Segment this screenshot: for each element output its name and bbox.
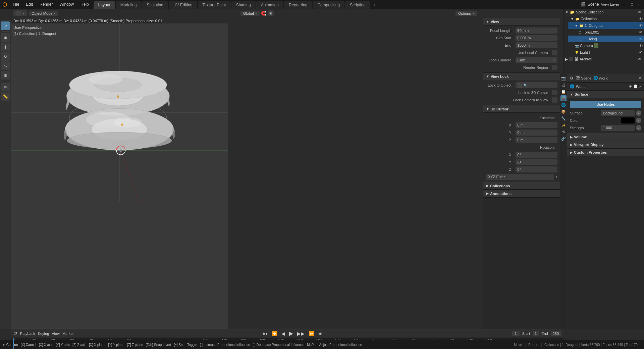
local-camera-value[interactable]: Cam... × bbox=[516, 57, 557, 63]
local-camera-close[interactable]: × bbox=[553, 58, 555, 62]
lock-to-object-value[interactable]: ⬛ 🔍 bbox=[516, 82, 557, 88]
options-btn[interactable]: Options ▾ bbox=[455, 11, 477, 16]
cursor-x-value[interactable]: 0 m bbox=[516, 122, 557, 128]
annotations-section-header[interactable]: ▶ Annotations bbox=[483, 190, 560, 197]
lock-to-cursor-checkbox[interactable] bbox=[552, 90, 557, 95]
next-keyframe-btn[interactable]: ⏩ bbox=[308, 331, 315, 336]
props-output-icon[interactable]: 🖨 bbox=[560, 82, 567, 88]
menu-edit[interactable]: Edit bbox=[22, 0, 36, 9]
cursor-section-header[interactable]: ▼ 3D Cursor bbox=[483, 105, 560, 113]
outliner-archive[interactable]: ▶ 🗄 Archive 👁 bbox=[564, 56, 644, 62]
collection-vis[interactable]: 👁 bbox=[639, 17, 643, 21]
select-tool-btn[interactable]: ↗ bbox=[1, 21, 10, 30]
surface-dot-btn[interactable]: • bbox=[636, 110, 641, 116]
world-props-close[interactable]: × bbox=[639, 76, 641, 81]
annotate-btn[interactable]: ✏ bbox=[1, 83, 10, 91]
tab-rendering[interactable]: Rendering bbox=[284, 1, 312, 9]
collection-expand[interactable]: ▼ bbox=[571, 17, 574, 21]
y-plane-btn[interactable]: [Y] Y plane bbox=[108, 343, 124, 347]
step-fwd-btn[interactable]: ▶▶ bbox=[297, 331, 305, 336]
snap-invert-btn[interactable]: [Tab] Snap Invert bbox=[146, 343, 171, 347]
props-scene-icon[interactable]: 🎬 bbox=[560, 95, 567, 101]
lock-obj-eyedrop[interactable]: 🔍 bbox=[524, 84, 528, 87]
step-back-btn[interactable]: ◀ bbox=[281, 331, 286, 336]
props-modifiers-icon[interactable]: 🔧 bbox=[560, 115, 567, 121]
archive-expand[interactable]: ▶ bbox=[565, 57, 568, 61]
cancel-btn[interactable]: [X] Cancel bbox=[21, 343, 36, 347]
cursor-rz-value[interactable]: 0° bbox=[516, 166, 557, 172]
window-maximize[interactable]: □ bbox=[630, 2, 635, 6]
volume-section-header[interactable]: ▶ Volume bbox=[567, 133, 644, 141]
cursor-tool-btn[interactable]: ⊕ bbox=[1, 33, 10, 42]
archive-checkbox[interactable] bbox=[569, 57, 573, 61]
window-close[interactable]: × bbox=[637, 2, 641, 6]
surface-section-header[interactable]: ▼ Surface bbox=[567, 91, 644, 98]
menu-render[interactable]: Render bbox=[36, 0, 56, 9]
outliner-collection[interactable]: ▼ 📁 Collection 👁 bbox=[568, 15, 644, 22]
z-plane-btn[interactable]: [Z] Z plane bbox=[127, 343, 143, 347]
world-remove-btn[interactable]: × bbox=[639, 85, 641, 89]
cursor-rotation-mode[interactable]: XYZ Euler bbox=[486, 174, 554, 180]
view-section-header[interactable]: ▼ View bbox=[483, 18, 560, 26]
outliner-torus001[interactable]: ⬡ Torus.001 👁 bbox=[568, 29, 644, 36]
snap-toggle-btn[interactable]: [~] Snap Toggle bbox=[174, 343, 197, 347]
editor-type-btn[interactable]: ⬛ ▾ bbox=[13, 10, 27, 16]
menu-file[interactable]: File bbox=[9, 0, 22, 9]
playback-label[interactable]: Playback bbox=[20, 332, 35, 336]
cursor-ry-value[interactable]: -0° bbox=[516, 159, 557, 165]
play-btn[interactable]: ▶ bbox=[288, 330, 294, 337]
light-vis[interactable]: 👁 bbox=[639, 50, 643, 54]
jump-start-btn[interactable]: ⏮ bbox=[262, 331, 268, 336]
props-particles-icon[interactable]: ✨ bbox=[560, 122, 567, 128]
collections-section-header[interactable]: ▶ Collections bbox=[483, 182, 560, 190]
tab-shading[interactable]: Shading bbox=[231, 1, 256, 9]
cursor-rx-value[interactable]: 0° bbox=[516, 152, 557, 158]
viewport-display-header[interactable]: ▶ Viewport Display bbox=[567, 141, 644, 148]
focal-length-value[interactable]: 50 mm bbox=[516, 28, 557, 34]
props-physics-icon[interactable]: ⚗ bbox=[560, 129, 567, 135]
z-axis-btn[interactable]: [Z] Z axis bbox=[72, 343, 86, 347]
tab-compositing[interactable]: Compositing bbox=[313, 1, 344, 9]
tab-layout[interactable]: Layout bbox=[94, 1, 115, 9]
y-axis-btn[interactable]: [Y] Y axis bbox=[56, 343, 70, 347]
scene-collection-expand[interactable]: ▼ bbox=[565, 10, 569, 14]
transform-tool-btn[interactable]: ⊞ bbox=[1, 71, 10, 80]
torus001-vis[interactable]: 👁 bbox=[639, 30, 643, 34]
camera-vis[interactable]: 👁 bbox=[639, 44, 643, 48]
timeline-view-label[interactable]: View bbox=[52, 332, 60, 336]
world-name[interactable]: World bbox=[576, 85, 628, 89]
outliner-dougnut[interactable]: ▼ 📁 1. Dougnut 👁 bbox=[568, 22, 644, 29]
snap-btn[interactable]: 🧲 bbox=[261, 11, 266, 16]
proportional-edit-btn[interactable]: ◉ bbox=[268, 10, 274, 16]
outliner-light[interactable]: 💡 Light ℹ 👁 bbox=[568, 49, 644, 56]
tab-uv-editing[interactable]: UV Editing bbox=[169, 1, 197, 9]
x-plane-btn[interactable]: [X] X plane bbox=[89, 343, 105, 347]
keying-label[interactable]: Keying bbox=[38, 332, 49, 336]
object-mode-btn[interactable]: Object Mode ▾ bbox=[29, 11, 58, 16]
jump-end-btn[interactable]: ⏭ bbox=[318, 331, 324, 336]
surface-shader-value[interactable]: Background bbox=[601, 110, 635, 116]
cursor-z-value[interactable]: 0 m bbox=[516, 137, 557, 143]
world-copy-btn[interactable]: 📋 bbox=[633, 84, 638, 89]
use-nodes-btn[interactable]: Use Nodes bbox=[570, 101, 641, 108]
marker-label[interactable]: Marker bbox=[62, 332, 74, 336]
clip-start-value[interactable]: 0.001 m bbox=[516, 35, 557, 41]
props-object-icon[interactable]: 📦 bbox=[560, 109, 567, 115]
move-tool-btn[interactable]: ✛ bbox=[1, 43, 10, 51]
props-constraints-icon[interactable]: 🔗 bbox=[560, 136, 567, 142]
viewport-global-select[interactable]: Global ▾ bbox=[240, 11, 260, 16]
tab-modeling[interactable]: Modeling bbox=[116, 1, 142, 9]
tab-texture-paint[interactable]: Texture Paint bbox=[198, 1, 231, 9]
rotate-tool-btn[interactable]: ↻ bbox=[1, 52, 10, 61]
menu-help[interactable]: Help bbox=[77, 0, 92, 9]
surface-color-swatch[interactable] bbox=[621, 117, 635, 123]
end-frame-value[interactable]: 250 bbox=[551, 331, 561, 336]
color-dot-btn[interactable]: • bbox=[636, 118, 641, 123]
start-frame-value[interactable]: 1 bbox=[533, 331, 539, 336]
add-workspace-tab[interactable]: + bbox=[371, 1, 378, 9]
use-local-camera-checkbox[interactable] bbox=[552, 50, 557, 55]
prev-keyframe-btn[interactable]: ⏪ bbox=[271, 331, 278, 336]
props-view-layer-icon[interactable]: 📋 bbox=[560, 89, 567, 95]
window-minimize[interactable]: — bbox=[621, 2, 628, 6]
world-new-btn[interactable]: ⊕ bbox=[629, 84, 632, 89]
